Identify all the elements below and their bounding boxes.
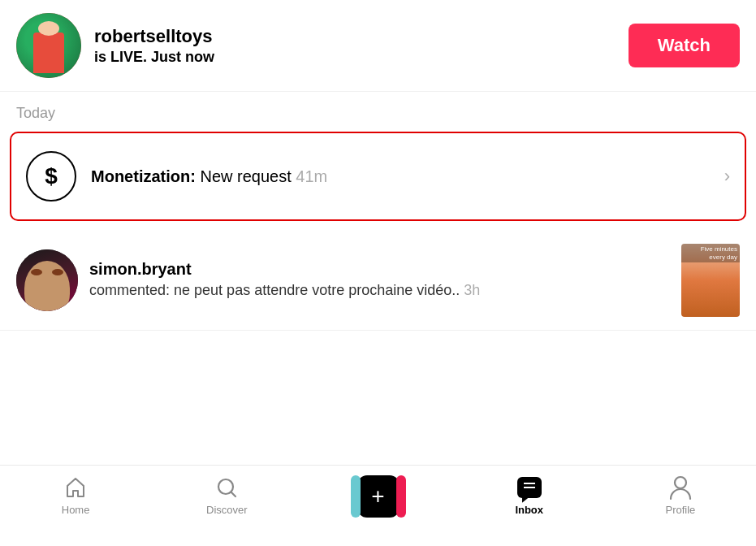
home-icon	[63, 475, 88, 500]
comment-body: commented: ne peut pas attendre votre pr…	[89, 280, 672, 301]
live-user-avatar	[16, 13, 81, 78]
live-info: robertselltoys is LIVE. Just now	[94, 26, 629, 66]
comment-user-avatar	[16, 249, 78, 311]
comment-notification[interactable]: simon.bryant commented: ne peut pas atte…	[0, 231, 756, 331]
nav-inbox[interactable]: Inbox	[454, 475, 605, 516]
svg-point-2	[675, 477, 686, 488]
dollar-symbol: $	[45, 163, 58, 189]
comment-info: simon.bryant commented: ne peut pas atte…	[89, 260, 672, 301]
bottom-navigation: Home Discover + Inbox	[0, 465, 756, 546]
nav-create[interactable]: +	[302, 475, 453, 522]
comment-text: ne peut pas attendre votre prochaine vid…	[174, 282, 460, 298]
nav-inbox-label: Inbox	[515, 504, 543, 516]
chevron-right-icon: ›	[724, 166, 730, 187]
comment-action: commented:	[89, 282, 170, 298]
inbox-icon	[517, 475, 542, 500]
monetization-subtitle: New request	[200, 167, 291, 185]
nav-home-label: Home	[62, 504, 90, 516]
dollar-icon: $	[26, 151, 76, 202]
nav-discover-label: Discover	[206, 504, 248, 516]
today-section-label: Today	[0, 92, 756, 128]
nav-profile-label: Profile	[665, 504, 695, 516]
plus-icon: +	[371, 485, 384, 508]
comment-time: 3h	[464, 282, 480, 298]
nav-home[interactable]: Home	[0, 475, 151, 516]
nav-profile[interactable]: Profile	[605, 475, 756, 516]
live-username: robertselltoys	[94, 26, 629, 47]
svg-line-1	[231, 492, 236, 497]
profile-icon	[668, 475, 693, 500]
watch-button[interactable]: Watch	[629, 24, 740, 67]
monetization-time: 41m	[296, 167, 327, 185]
discover-icon	[214, 475, 239, 500]
create-button[interactable]: +	[357, 475, 400, 518]
monetization-text: Monetization: New request 41m	[91, 167, 716, 186]
live-status-text: is LIVE. Just now	[94, 49, 214, 65]
nav-discover[interactable]: Discover	[151, 475, 302, 516]
comment-username: simon.bryant	[89, 260, 672, 279]
live-status: is LIVE. Just now	[94, 49, 629, 66]
video-thumb-label: Five minutes every day	[681, 244, 740, 262]
live-notification-bar: robertselltoys is LIVE. Just now Watch	[0, 0, 756, 92]
video-thumbnail: Five minutes every day	[681, 244, 740, 317]
monetization-title: Monetization:	[91, 167, 196, 185]
monetization-notification[interactable]: $ Monetization: New request 41m ›	[10, 132, 746, 221]
